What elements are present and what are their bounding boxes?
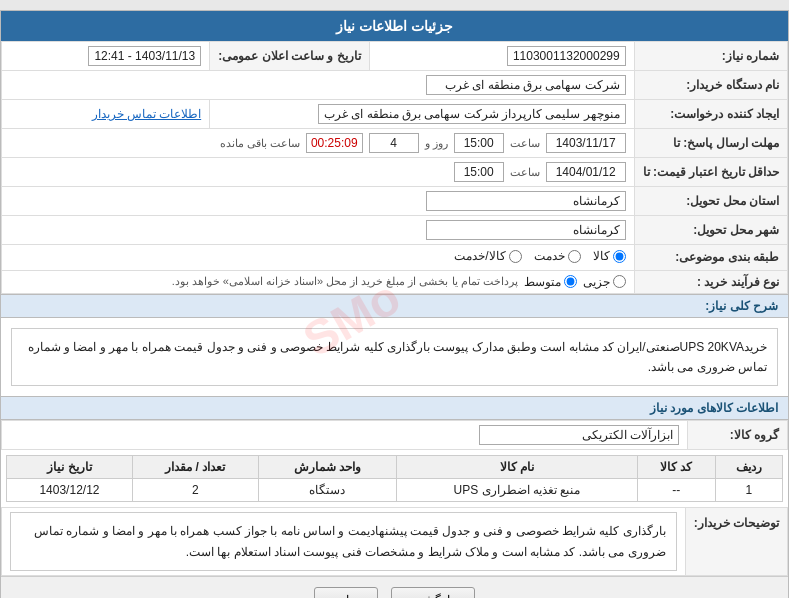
price-time-label: ساعت bbox=[510, 166, 540, 179]
purchase-type-label: نوع فرآیند خرید : bbox=[634, 270, 787, 293]
creator-value: منوچهر سلیمی کارپرداز شرکت سهامی برق منط… bbox=[210, 100, 634, 129]
purchase-note: پرداخت تمام یا بخشی از مبلغ خرید از محل … bbox=[172, 275, 518, 288]
datetime-value: 1403/11/13 - 12:41 bbox=[2, 42, 210, 71]
price-date-box: 1404/01/12 bbox=[546, 162, 626, 182]
contact-link-cell[interactable]: اطلاعات تماس خریدار bbox=[2, 100, 210, 129]
table-cell-unit: دستگاه bbox=[258, 479, 396, 502]
category-option-service[interactable]: خدمت bbox=[534, 249, 581, 263]
datetime-label: تاریخ و ساعت اعلان عمومی: bbox=[210, 42, 369, 71]
category-label: طبقه بندی موضوعی: bbox=[634, 245, 787, 271]
table-cell-code: -- bbox=[637, 479, 715, 502]
table-cell-name: منبع تغذیه اضطراری UPS bbox=[397, 479, 638, 502]
buyer-notes-box: بارگذاری کلیه شرایط خصوصی و فنی و جدول ق… bbox=[10, 512, 677, 571]
need-number-value: 1103001132000299 bbox=[369, 42, 634, 71]
col-row: ردیف bbox=[715, 456, 782, 479]
delivery-city-label: شهر محل تحویل: bbox=[634, 216, 787, 245]
page-title: جزئیات اطلاعات نیاز bbox=[1, 11, 788, 41]
price-time-box: 15:00 bbox=[454, 162, 504, 182]
col-qty: تعداد / مقدار bbox=[132, 456, 258, 479]
col-unit: واحد شمارش bbox=[258, 456, 396, 479]
print-button[interactable]: چاپ bbox=[314, 587, 378, 598]
response-time-label: ساعت bbox=[510, 137, 540, 150]
buyer-notes-value: بارگذاری کلیه شرایط خصوصی و فنی و جدول ق… bbox=[2, 508, 686, 576]
need-number-box: 1103001132000299 bbox=[507, 46, 626, 66]
creator-label: ایجاد کننده درخواست: bbox=[634, 100, 787, 129]
buyer-notes-label: توضیحات خریدار: bbox=[685, 508, 787, 576]
table-cell-row: 1 bbox=[715, 479, 782, 502]
need-desc-section-header: شرح کلی نیاز: bbox=[1, 294, 788, 318]
goods-group-box: ابزارآلات الکتریکی bbox=[479, 425, 679, 445]
buttons-row: بازگشت چاپ bbox=[1, 576, 788, 598]
category-value: کالا خدمت کالا/خدمت bbox=[2, 245, 635, 271]
buyer-box: شرکت سهامی برق منطقه ای غرب bbox=[426, 75, 626, 95]
response-day-label: روز و bbox=[425, 137, 448, 150]
contact-link[interactable]: اطلاعات تماس خریدار bbox=[92, 107, 202, 121]
price-deadline-value: 1404/01/12 ساعت 15:00 bbox=[2, 158, 635, 187]
delivery-province-box: کرمانشاه bbox=[426, 191, 626, 211]
col-name: نام کالا bbox=[397, 456, 638, 479]
delivery-city-box: کرمانشاه bbox=[426, 220, 626, 240]
need-desc-box: خریدUPS 20KVAصنعتی/ایران کد مشابه است وط… bbox=[11, 328, 778, 387]
buyer-label: نام دستگاه خریدار: bbox=[634, 71, 787, 100]
need-number-label: شماره نیاز: bbox=[634, 42, 787, 71]
purchase-option-medium[interactable]: متوسط bbox=[524, 275, 577, 289]
goods-table: ردیف کد کالا نام کالا واحد شمارش تعداد /… bbox=[6, 455, 783, 502]
purchase-option-partial[interactable]: جزیی bbox=[583, 275, 626, 289]
need-desc-label: شرح کلی نیاز: bbox=[705, 299, 778, 313]
purchase-type-value: جزیی متوسط پرداخت تمام یا بخشی از مبلغ خ… bbox=[2, 270, 635, 293]
back-button[interactable]: بازگشت bbox=[391, 587, 475, 598]
goods-info-header: اطلاعات کالاهای مورد نیاز bbox=[1, 396, 788, 420]
response-deadline-label: مهلت ارسال پاسخ: تا bbox=[634, 129, 787, 158]
table-cell-date: 1403/12/12 bbox=[7, 479, 133, 502]
category-option-goods[interactable]: کالا bbox=[593, 249, 626, 263]
response-deadline-value: 1403/11/17 ساعت 15:00 روز و 4 00:25:09 س… bbox=[2, 129, 635, 158]
table-row: 1--منبع تغذیه اضطراری UPSدستگاه21403/12/… bbox=[7, 479, 783, 502]
col-code: کد کالا bbox=[637, 456, 715, 479]
response-time-box: 15:00 bbox=[454, 133, 504, 153]
table-cell-quantity: 2 bbox=[132, 479, 258, 502]
response-date-box: 1403/11/17 bbox=[546, 133, 626, 153]
response-remain-label: ساعت باقی مانده bbox=[220, 137, 300, 150]
goods-info-label: اطلاعات کالاهای مورد نیاز bbox=[650, 401, 778, 415]
response-day-box: 4 bbox=[369, 133, 419, 153]
price-deadline-label: حداقل تاریخ اعتبار قیمت: تا bbox=[634, 158, 787, 187]
category-option-both[interactable]: کالا/خدمت bbox=[454, 249, 521, 263]
goods-group-value: ابزارآلات الکتریکی bbox=[2, 421, 688, 450]
creator-box: منوچهر سلیمی کارپرداز شرکت سهامی برق منط… bbox=[318, 104, 626, 124]
goods-group-label: گروه کالا: bbox=[688, 421, 788, 450]
delivery-province-value: کرمانشاه bbox=[2, 187, 635, 216]
delivery-province-label: استان محل تحویل: bbox=[634, 187, 787, 216]
col-date: تاریخ نیاز bbox=[7, 456, 133, 479]
delivery-city-value: کرمانشاه bbox=[2, 216, 635, 245]
response-remain-box: 00:25:09 bbox=[306, 133, 363, 153]
datetime-box: 1403/11/13 - 12:41 bbox=[88, 46, 201, 66]
buyer-value: شرکت سهامی برق منطقه ای غرب bbox=[2, 71, 635, 100]
